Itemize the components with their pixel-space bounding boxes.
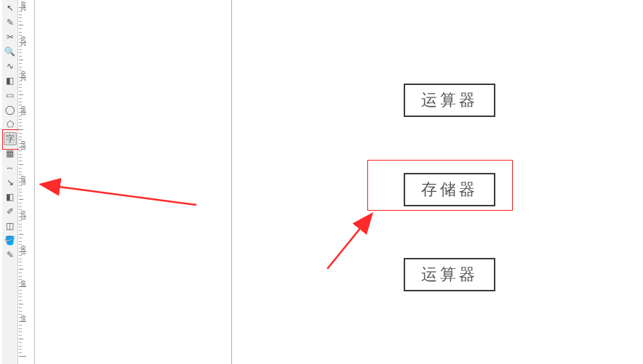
crop-tool[interactable]: ✂ bbox=[4, 31, 17, 44]
ruler-label: 60 bbox=[20, 315, 27, 322]
text-tool[interactable]: 字 bbox=[4, 132, 17, 145]
ellipse-tool[interactable]: ◯ bbox=[4, 103, 17, 116]
eyedropper-tool[interactable]: ✐ bbox=[4, 205, 17, 218]
text-box-box2[interactable]: 存储器 bbox=[404, 173, 495, 206]
shadow-tool[interactable]: ◧ bbox=[4, 190, 17, 203]
ruler-label: 120 bbox=[20, 211, 27, 221]
vertical-ruler: 2402202001801601401201008060 bbox=[19, 0, 35, 364]
transparency-tool[interactable]: ◫ bbox=[4, 219, 17, 232]
toolbox: ↖✎✂🔍∿◧▭◯⬠字▦↔↘◧✐◫🪣✎ bbox=[2, 0, 18, 364]
ruler-label: 200 bbox=[20, 71, 27, 81]
rectangle-tool[interactable]: ▭ bbox=[4, 89, 17, 102]
ruler-label: 240 bbox=[20, 1, 27, 12]
freehand-tool[interactable]: ∿ bbox=[4, 60, 17, 73]
polygon-tool[interactable]: ⬠ bbox=[4, 118, 17, 131]
table-tool[interactable]: ▦ bbox=[4, 147, 17, 160]
connector-tool[interactable]: ↘ bbox=[4, 176, 17, 189]
ruler-label: 80 bbox=[20, 280, 27, 287]
text-box-box3[interactable]: 运算器 bbox=[404, 258, 495, 291]
ruler-label: 140 bbox=[20, 176, 27, 186]
dimension-tool[interactable]: ↔ bbox=[4, 161, 17, 174]
shape-tool[interactable]: ✎ bbox=[4, 16, 17, 29]
ruler-label: 180 bbox=[20, 106, 27, 116]
canvas[interactable]: 运算器存储器运算器 bbox=[35, 0, 643, 364]
ruler-label: 160 bbox=[20, 141, 27, 151]
ruler-label: 220 bbox=[20, 36, 27, 46]
page-edge bbox=[231, 0, 232, 364]
text-box-box1[interactable]: 运算器 bbox=[404, 84, 495, 117]
zoom-tool[interactable]: 🔍 bbox=[4, 45, 17, 58]
outline-tool[interactable]: ✎ bbox=[4, 248, 17, 262]
pick-tool[interactable]: ↖ bbox=[4, 1, 17, 15]
smart-fill-tool[interactable]: ◧ bbox=[4, 74, 17, 87]
fill-tool[interactable]: 🪣 bbox=[4, 234, 17, 247]
ruler-label: 100 bbox=[20, 246, 27, 256]
